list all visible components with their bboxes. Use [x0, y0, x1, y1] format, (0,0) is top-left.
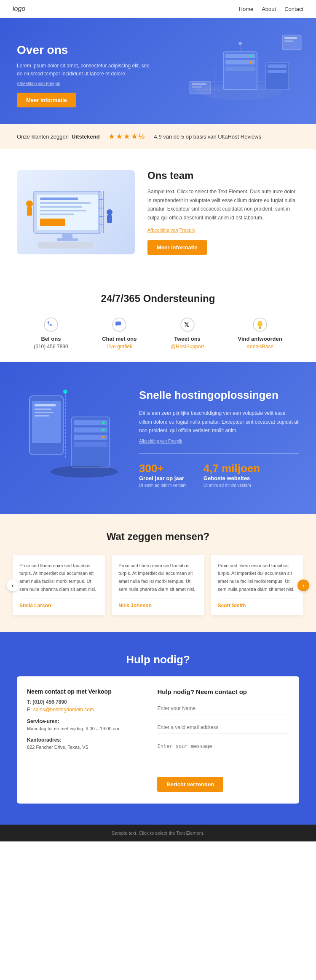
lightbulb-icon	[252, 317, 268, 332]
contact-phone: T: (010) 456 7890	[27, 699, 137, 705]
support-item-tweet: 𝕏 Tweet ons @HostSupport	[171, 317, 204, 350]
testimonial-text-2: Proin sed libero enim sed faucibus turpi…	[118, 562, 197, 593]
contact-message-input[interactable]	[157, 740, 289, 765]
testimonials-wrapper: ‹ Proin sed libero enim sed faucibus tur…	[13, 555, 303, 616]
team-cta-button[interactable]: Meer informatie	[147, 240, 207, 255]
logo: logo	[13, 5, 25, 13]
svg-rect-53	[259, 328, 261, 329]
svg-point-61	[63, 390, 67, 394]
svg-rect-58	[35, 412, 54, 413]
team-illustration	[17, 170, 135, 254]
testimonial-text-3: Proin sed libero enim sed faucibus turpi…	[218, 562, 297, 593]
testimonial-name-2: Nick Johnson	[118, 603, 197, 609]
contact-form: Hulp nodig? Neem contact op Bericht verz…	[147, 676, 299, 804]
svg-point-67	[102, 422, 104, 424]
testimonial-name-1: Stella Larson	[19, 603, 98, 609]
svg-rect-57	[35, 409, 51, 410]
contact-email-input[interactable]	[157, 721, 289, 734]
phone-icon	[43, 317, 59, 332]
carousel-next-button[interactable]: ›	[297, 579, 309, 591]
svg-point-51	[257, 321, 262, 327]
contact-submit-button[interactable]: Bericht verzenden	[157, 777, 223, 792]
nav-home[interactable]: Home	[239, 6, 254, 12]
reviews-score: 4,9 van de 5 op basis van UltaHost Revie…	[154, 134, 261, 140]
svg-point-36	[107, 209, 112, 215]
contact-title: Hulp nodig?	[17, 653, 299, 666]
support-tweet-sub[interactable]: @HostSupport	[171, 344, 204, 350]
stat-growth: 300+ Groei jaar op jaar Ut enim ad minim…	[139, 462, 187, 488]
svg-rect-20	[192, 86, 202, 88]
reviews-bar: Onze klanten zeggen Uitstekend ★★★★½ 4,9…	[0, 124, 316, 149]
svg-rect-46	[115, 321, 121, 325]
support-answers-title: Vind antwoorden	[238, 336, 282, 342]
contact-section: Hulp nodig? Neem contact op met Verkoop …	[0, 632, 316, 825]
testimonial-divider-2	[118, 598, 197, 598]
team-attribution: Afbeelding van Freepik	[147, 226, 299, 234]
contact-info-title: Neem contact op met Verkoop	[27, 688, 137, 695]
stat-growth-label: Groei jaar op jaar	[139, 475, 187, 481]
svg-rect-19	[192, 83, 206, 85]
hosting-content: Snelle hostingoplossingen Dit is een zee…	[139, 388, 299, 488]
carousel-prev-button[interactable]: ‹	[7, 579, 19, 591]
hero-attribution: Afbeelding van Freepik	[17, 81, 152, 86]
contact-card: Neem contact op met Verkoop T: (010) 456…	[17, 676, 299, 804]
reviews-stars: ★★★★½	[108, 132, 146, 141]
testimonial-divider-1	[19, 598, 98, 598]
svg-rect-31	[62, 233, 72, 239]
chat-icon	[112, 317, 127, 332]
testimonials-section: Wat zeggen mensen? ‹ Proin sed libero en…	[0, 514, 316, 633]
support-answers-sub[interactable]: KennisBase	[238, 344, 282, 350]
hosting-section: Snelle hostingoplossingen Dit is een zee…	[0, 362, 316, 514]
svg-rect-35	[27, 207, 32, 216]
nav-links: Home About Contact	[239, 6, 303, 12]
hero-cta-button[interactable]: Meer informatie	[17, 93, 76, 107]
svg-rect-16	[284, 37, 297, 39]
svg-rect-25	[40, 198, 78, 200]
svg-rect-37	[107, 215, 112, 223]
stat-growth-sub: Ut enim ad minim veniam	[139, 483, 187, 488]
stat-websites-sub: Ut enim ad minim veniam	[204, 483, 260, 488]
footer: Sample text. Click to select the Text El…	[0, 825, 316, 841]
contact-hours-label: Service-uren:	[27, 718, 137, 724]
svg-rect-59	[35, 415, 49, 417]
support-item-chat: Chat met ons Live grafiek	[102, 317, 137, 350]
team-title: Ons team	[147, 170, 299, 182]
footer-text: Sample text. Click to select the Text El…	[17, 830, 299, 836]
stat-websites: 4,7 miljoen Gehoste websites Ut enim ad …	[204, 462, 260, 488]
contact-name-input[interactable]	[157, 702, 289, 715]
support-chat-sub[interactable]: Live grafiek	[102, 344, 137, 350]
svg-point-69	[102, 436, 104, 438]
hosting-stats: 300+ Groei jaar op jaar Ut enim ad minim…	[139, 462, 299, 488]
reviews-rating-word: Uitstekend	[72, 134, 99, 140]
svg-rect-55	[32, 401, 61, 443]
svg-rect-33	[38, 242, 93, 248]
hero-content: Over ons Lorem ipsum dolor sit amet, con…	[17, 43, 152, 107]
stat-websites-label: Gehoste websites	[204, 475, 260, 481]
testimonial-name-3: Scott Smith	[218, 603, 297, 609]
svg-point-34	[26, 200, 33, 207]
testimonials-grid: Proin sed libero enim sed faucibus turpi…	[13, 555, 303, 616]
hosting-divider	[139, 453, 299, 454]
support-phone-sub: (010) 456 7890	[34, 344, 68, 350]
hero-section: Over ons Lorem ipsum dolor sit amet, con…	[0, 18, 316, 124]
team-attribution-link[interactable]: Freepik	[179, 227, 195, 232]
svg-point-68	[102, 429, 104, 431]
contact-address: 822 Fancher Drive, Texas, VS	[27, 745, 137, 750]
nav-contact[interactable]: Contact	[284, 6, 303, 12]
contact-email-link[interactable]: sales@hostingdomein.com	[33, 707, 94, 713]
testimonial-card-1: Proin sed libero enim sed faucibus turpi…	[13, 555, 105, 616]
testimonial-card-3: Proin sed libero enim sed faucibus turpi…	[211, 555, 303, 616]
svg-rect-66	[74, 442, 107, 447]
support-phone-title: Bel ons	[34, 336, 68, 342]
svg-rect-9	[225, 67, 255, 71]
nav-about[interactable]: About	[262, 6, 276, 12]
svg-rect-30	[40, 219, 65, 226]
testimonial-card-2: Proin sed libero enim sed faucibus turpi…	[112, 555, 204, 616]
support-chat-title: Chat met ons	[102, 336, 137, 342]
support-item-phone: Bel ons (010) 456 7890	[34, 317, 68, 350]
svg-point-70	[51, 466, 118, 478]
svg-rect-52	[259, 327, 261, 328]
hosting-description: Dit is een zeer pijnlijke beschuldiging …	[139, 409, 299, 435]
contact-info: Neem contact op met Verkoop T: (010) 456…	[17, 676, 147, 804]
team-section: Ons team Sample text. Click to select th…	[0, 149, 316, 275]
